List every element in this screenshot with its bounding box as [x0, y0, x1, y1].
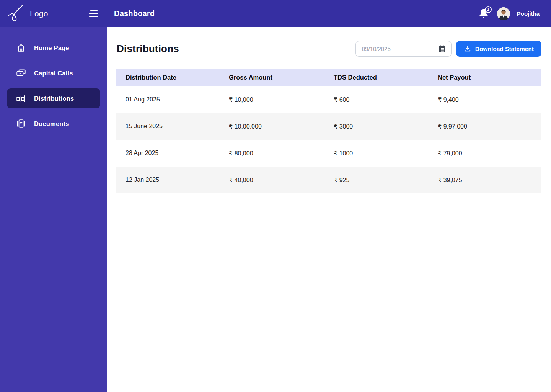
- column-header: TDS Deducted: [324, 74, 428, 81]
- table-row: 12 Jan 2025 ₹ 40,000 ₹ 925 ₹ 39,075: [116, 167, 541, 193]
- table-row: 15 June 2025 ₹ 10,00,000 ₹ 3000 ₹ 9,97,0…: [116, 113, 541, 140]
- calendar-icon[interactable]: [437, 44, 447, 54]
- sidebar-item-home-page[interactable]: Home Page: [7, 38, 100, 58]
- avatar[interactable]: [497, 7, 510, 20]
- tds-deducted: ₹ 3000: [324, 123, 428, 130]
- distribution-date: 15 June 2025: [116, 123, 219, 130]
- gross-amount: ₹ 10,00,000: [219, 123, 324, 130]
- main-content: Distributions: [107, 27, 551, 392]
- net-payout: ₹ 39,075: [428, 176, 541, 184]
- notifications-button[interactable]: 1: [478, 8, 490, 20]
- distributions-icon: [16, 93, 26, 104]
- topbar-right: 1 Poojitha: [478, 7, 551, 20]
- brand: Logo: [0, 4, 80, 24]
- section-title: Distributions: [117, 43, 179, 55]
- distribution-date: 28 Apr 2025: [116, 150, 219, 157]
- sidebar-item-distributions[interactable]: Distributions: [7, 88, 100, 108]
- net-payout: ₹ 9,97,000: [428, 123, 541, 130]
- distribution-date: 12 Jan 2025: [116, 176, 219, 183]
- documents-icon: [16, 118, 26, 129]
- content-header: Distributions: [107, 41, 551, 57]
- column-header: Distribution Date: [116, 74, 219, 81]
- column-header: Net Payout: [428, 74, 541, 81]
- tds-deducted: ₹ 925: [324, 176, 428, 184]
- capital-calls-icon: [16, 68, 26, 78]
- column-header: Gross Amount: [219, 74, 324, 81]
- sidebar-nav: Home Page Capital Calls D: [0, 38, 107, 134]
- sidebar-item-label: Capital Calls: [34, 70, 73, 77]
- net-payout: ₹ 9,400: [428, 96, 541, 103]
- logo-icon: [7, 4, 24, 24]
- user-name: Poojitha: [517, 10, 540, 17]
- notification-badge: 1: [485, 6, 492, 13]
- table-header-row: Distribution Date Gross Amount TDS Deduc…: [116, 69, 541, 86]
- gross-amount: ₹ 40,000: [219, 176, 324, 184]
- tds-deducted: ₹ 1000: [324, 150, 428, 157]
- gross-amount: ₹ 10,000: [219, 96, 324, 103]
- logo-text: Logo: [30, 9, 48, 18]
- sidebar-item-label: Home Page: [34, 44, 69, 52]
- avatar-photo: [497, 7, 510, 20]
- download-statement-label: Download Statement: [475, 46, 534, 52]
- sidebar-item-label: Distributions: [34, 95, 74, 102]
- top-bar: Logo Dashboard 1 Poojitha: [0, 0, 551, 27]
- table-row: 01 Aug 2025 ₹ 10,000 ₹ 600 ₹ 9,400: [116, 86, 541, 113]
- sidebar: Home Page Capital Calls D: [0, 27, 107, 392]
- gross-amount: ₹ 80,000: [219, 150, 324, 157]
- download-statement-button[interactable]: Download Statement: [456, 41, 541, 57]
- net-payout: ₹ 79,000: [428, 150, 541, 157]
- tds-deducted: ₹ 600: [324, 96, 428, 103]
- date-filter: [355, 41, 452, 57]
- sidebar-item-capital-calls[interactable]: Capital Calls: [7, 63, 100, 83]
- sidebar-item-label: Documents: [34, 120, 69, 127]
- distributions-table: Distribution Date Gross Amount TDS Deduc…: [116, 69, 541, 193]
- download-icon: [464, 45, 471, 53]
- home-icon: [16, 42, 26, 53]
- table-row: 28 Apr 2025 ₹ 80,000 ₹ 1000 ₹ 79,000: [116, 140, 541, 167]
- header-controls: Download Statement: [355, 41, 541, 57]
- sidebar-item-documents[interactable]: Documents: [7, 114, 100, 134]
- distribution-date: 01 Aug 2025: [116, 96, 219, 103]
- page-title: Dashboard: [114, 9, 155, 18]
- menu-icon: [90, 10, 98, 11]
- menu-toggle-button[interactable]: [87, 8, 100, 20]
